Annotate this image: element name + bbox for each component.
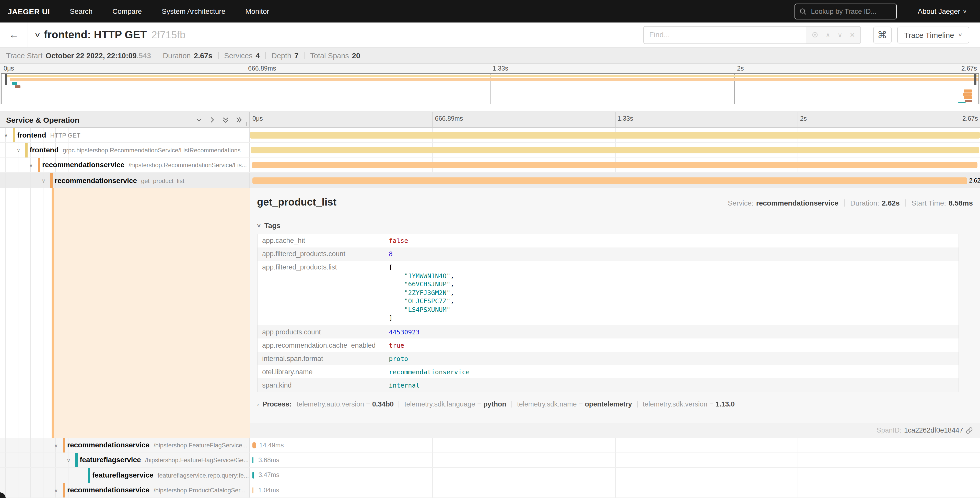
tag-row: otel.library.namerecommendationservice	[257, 365, 959, 378]
meta-value: 8.58ms	[948, 199, 973, 207]
span-duration-bar[interactable]	[252, 472, 254, 479]
minimap-canvas[interactable]	[1, 73, 979, 104]
span-timeline-cell[interactable]: 2.62s	[250, 173, 980, 187]
tag-value[interactable]: 44530923	[384, 325, 959, 338]
span-duration-bar[interactable]	[252, 487, 253, 493]
service-color-strip	[63, 483, 65, 498]
span-row[interactable]: ∨recommendationservice/hipstershop.Featu…	[0, 438, 980, 453]
span-detail-row: get_product_listService:recommendationse…	[0, 188, 980, 438]
span-timeline-cell[interactable]	[250, 143, 980, 158]
expand-all-icon[interactable]	[235, 117, 242, 123]
chevron-down-icon[interactable]: ∨	[41, 178, 46, 184]
span-name-column[interactable]: ∨recommendationserviceget_product_list	[0, 173, 250, 187]
tag-row: app.filtered_products.count8	[257, 247, 959, 260]
viewport-left-handle[interactable]	[5, 74, 7, 85]
chevron-down-icon: ∨	[958, 32, 963, 37]
span-row[interactable]: featureflagservicefeatureflagservice.rep…	[0, 468, 980, 483]
tag-value[interactable]: true	[384, 338, 959, 352]
find-prev-icon[interactable]: ∧	[826, 31, 830, 38]
span-row[interactable]: ∨recommendationservice/hipstershop.Recom…	[0, 158, 980, 173]
span-row[interactable]: ∨frontendgrpc.hipstershop.Recommendation…	[0, 143, 980, 158]
process-value: 0.34b0	[372, 401, 394, 408]
span-duration-bar[interactable]	[251, 147, 979, 153]
nav-item-monitor[interactable]: Monitor	[245, 7, 269, 15]
column-resizer[interactable]	[246, 122, 248, 126]
tag-row: internal.span.formatproto	[257, 352, 959, 365]
minimap-span-bar	[964, 89, 972, 92]
viewport-right-handle[interactable]	[974, 74, 977, 85]
process-equals: =	[579, 401, 583, 408]
span-list-header: Service & Operation 0μs666.89ms1.33s2s2.…	[0, 112, 980, 128]
span-row[interactable]: ∨frontendHTTP GET	[0, 128, 980, 143]
span-timeline-cell[interactable]: 3.47ms	[250, 468, 980, 483]
ruler-gridline	[433, 112, 433, 127]
collapse-one-icon[interactable]	[196, 117, 202, 123]
chevron-down-icon[interactable]: ∨	[54, 442, 58, 448]
nav-item-compare[interactable]: Compare	[112, 7, 142, 15]
span-row[interactable]: ∨recommendationserviceget_product_list2.…	[0, 173, 980, 188]
chevron-down-icon[interactable]: ∨	[17, 147, 21, 153]
nav-item-system-architecture[interactable]: System Architecture	[162, 7, 225, 15]
find-input[interactable]	[644, 26, 805, 43]
find-tools: ∧ ∨ ✕	[805, 26, 860, 43]
span-detail-panel: get_product_listService:recommendationse…	[250, 188, 980, 437]
span-name-column[interactable]: ∨frontendgrpc.hipstershop.Recommendation…	[0, 143, 250, 158]
chevron-down-icon[interactable]: ∨	[54, 487, 58, 493]
tag-key: otel.library.name	[257, 365, 384, 378]
tag-value[interactable]: internal	[384, 378, 959, 392]
collapse-all-icon[interactable]	[222, 117, 229, 123]
tag-value[interactable]: [ "1YMWWN1N4O", "66VCHSJNUP", "2ZYFJ3GM2…	[384, 260, 959, 325]
span-row[interactable]: ∨recommendationservice/hipstershop.Produ…	[0, 483, 980, 498]
view-selector-button[interactable]: Trace Timeline ∨	[897, 26, 969, 43]
span-name-column[interactable]: ∨recommendationservice/hipstershop.Recom…	[0, 158, 250, 172]
trace-lookup-input[interactable]	[810, 7, 889, 16]
span-name-column[interactable]: ∨featureflagservice/hipstershop.FeatureF…	[0, 453, 250, 468]
summary-value: 20	[352, 52, 360, 60]
span-timeline-cell[interactable]: 1.04ms	[250, 483, 980, 498]
collapse-trace-icon[interactable]: ∨	[34, 31, 41, 38]
tag-value[interactable]: false	[384, 234, 959, 247]
span-duration-label: 3.47ms	[258, 472, 279, 479]
span-duration-bar[interactable]	[252, 442, 256, 449]
span-timeline-cell[interactable]	[250, 128, 980, 142]
tag-key: span.kind	[257, 378, 384, 392]
span-name-column[interactable]: ∨frontendHTTP GET	[0, 128, 250, 142]
span-row[interactable]: ∨featureflagservice/hipstershop.FeatureF…	[0, 453, 980, 468]
span-timeline-cell[interactable]	[250, 158, 980, 172]
link-icon[interactable]	[966, 427, 973, 434]
span-name-column[interactable]: featureflagservicefeatureflagservice.rep…	[0, 468, 250, 483]
keyboard-shortcuts-button[interactable]: ⌘	[873, 26, 891, 43]
chevron-down-icon[interactable]: ∨	[4, 132, 8, 138]
back-button[interactable]: ←	[0, 22, 28, 47]
process-value: 1.13.0	[716, 401, 735, 408]
ruler-gridline	[615, 112, 616, 127]
tag-value[interactable]: recommendationservice	[384, 365, 959, 378]
expand-one-icon[interactable]	[209, 117, 216, 123]
span-name-column[interactable]: ∨recommendationservice/hipstershop.Featu…	[0, 438, 250, 452]
tag-value[interactable]: 8	[384, 247, 959, 260]
nav-item-search[interactable]: Search	[70, 7, 92, 15]
about-jaeger-menu[interactable]: About Jaeger ∨	[918, 7, 967, 15]
span-detail-accent-bar[interactable]	[52, 188, 54, 437]
chevron-down-icon[interactable]: ∨	[29, 163, 33, 168]
ruler-tick-label: 2s	[737, 65, 744, 72]
find-next-icon[interactable]: ∨	[837, 31, 842, 38]
trace-lookup[interactable]	[794, 3, 897, 19]
span-timeline-cell[interactable]: 14.49ms	[250, 438, 980, 452]
span-timeline-cell[interactable]: 3.68ms	[250, 453, 980, 468]
span-duration-bar[interactable]	[250, 132, 980, 138]
locate-icon[interactable]	[811, 31, 818, 38]
span-duration-bar[interactable]	[252, 162, 978, 168]
span-duration-bar[interactable]	[252, 457, 254, 463]
span-duration-bar[interactable]	[252, 177, 967, 184]
tag-value[interactable]: proto	[384, 352, 959, 365]
app-brand[interactable]: JAEGER UI	[8, 7, 50, 16]
chevron-down-icon[interactable]: ∨	[67, 458, 70, 463]
indent-guide	[5, 483, 6, 498]
tags-section-header[interactable]: ∨Tags	[257, 221, 973, 229]
find-clear-icon[interactable]: ✕	[850, 31, 855, 38]
span-operation-name: HTTP GET	[50, 132, 81, 139]
minimap-span-bar	[6, 75, 978, 77]
span-name-column[interactable]: ∨recommendationservice/hipstershop.Produ…	[0, 483, 250, 498]
process-row[interactable]: ›Process:telemetry.auto.version=0.34b0te…	[257, 401, 973, 408]
